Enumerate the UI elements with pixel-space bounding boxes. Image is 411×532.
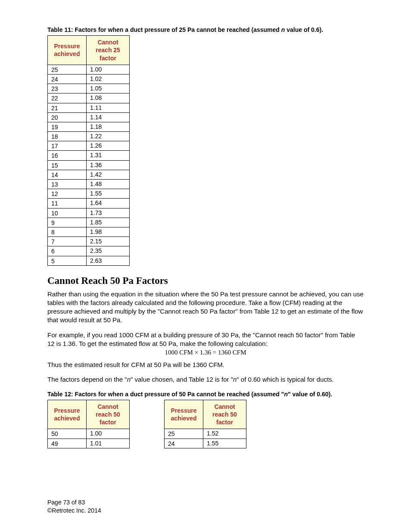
table-row: 121.55	[48, 189, 130, 199]
cell-factor: 1.14	[87, 112, 130, 122]
cell-factor: 1.48	[87, 180, 130, 189]
cell-factor: 1.31	[87, 151, 130, 160]
cell-factor: 1.00	[87, 429, 130, 439]
table12-caption-part1: Table 12: Factors for when a duct pressu…	[47, 391, 284, 398]
table-row: 151.36	[48, 160, 130, 170]
table12-caption-n: n	[284, 391, 288, 398]
cell-factor: 1.11	[87, 103, 130, 112]
cell-pressure: 17	[48, 141, 87, 151]
table-row: 141.42	[48, 170, 130, 179]
cell-factor: 1.00	[87, 65, 130, 74]
cell-pressure: 13	[48, 180, 87, 189]
table11-header-pressure: Pressure achieved	[48, 36, 87, 65]
cell-factor: 1.55	[203, 439, 246, 448]
table12-right-header-pressure: Pressure achieved	[165, 400, 203, 429]
cell-pressure: 14	[48, 170, 87, 179]
table11-header-factor: Cannot reach 25 factor	[87, 36, 130, 65]
cell-factor: 1.05	[87, 84, 130, 93]
cell-pressure: 50	[48, 429, 87, 439]
cell-factor: 1.02	[87, 74, 130, 84]
table-row: 501.00	[48, 429, 130, 439]
cell-pressure: 25	[165, 429, 203, 439]
table-row: 241.02	[48, 74, 130, 84]
cell-factor: 1.36	[87, 160, 130, 170]
table11-caption-part2: value of 0.6).	[285, 26, 323, 33]
cell-factor: 1.08	[87, 93, 130, 103]
paragraph-4: The factors depend on the "n" value chos…	[47, 375, 364, 384]
section-heading: Cannot Reach 50 Pa Factors	[47, 275, 364, 286]
table-row: 81.98	[48, 227, 130, 236]
table-row: 91.85	[48, 218, 130, 227]
paragraph-1: Rather than using the equation in the si…	[47, 290, 364, 325]
table-row: 101.73	[48, 208, 130, 218]
table11-caption-part1: Table 11: Factors for when a duct pressu…	[47, 26, 281, 33]
table12-right-header-factor: Cannot reach 50 factor	[203, 400, 246, 429]
table12-right: Pressure achieved Cannot reach 50 factor…	[164, 400, 246, 448]
footer-page-number: Page 73 of 83	[47, 498, 101, 507]
table11-caption: Table 11: Factors for when a duct pressu…	[47, 26, 364, 34]
cell-pressure: 11	[48, 199, 87, 208]
table-row: 251.00	[48, 65, 130, 74]
table11: Pressure achieved Cannot reach 25 factor…	[47, 35, 130, 266]
cell-factor: 2.15	[87, 237, 130, 246]
table-row: 171.26	[48, 141, 130, 151]
paragraph-2: For example, if you read 1000 CFM at a b…	[47, 331, 364, 348]
table-row: 72.15	[48, 237, 130, 246]
cell-pressure: 49	[48, 439, 87, 448]
cell-factor: 1.01	[87, 439, 130, 448]
table-row: 251.52	[165, 429, 246, 439]
cell-pressure: 24	[48, 74, 87, 84]
paragraph-3: Thus the estimated result for CFM at 50 …	[47, 361, 364, 369]
cell-factor: 1.18	[87, 122, 130, 131]
cell-pressure: 6	[48, 246, 87, 256]
cell-pressure: 23	[48, 84, 87, 93]
cell-pressure: 10	[48, 208, 87, 218]
table-row: 62.35	[48, 246, 130, 256]
table12-left-header-pressure: Pressure achieved	[48, 400, 87, 429]
footer-copyright: ©Retrotec Inc. 2014	[47, 507, 101, 515]
cell-factor: 2.35	[87, 246, 130, 256]
cell-pressure: 20	[48, 112, 87, 122]
paragraph-4-a: The factors depend on the "	[47, 376, 127, 383]
table12-left-header-factor: Cannot reach 50 factor	[87, 400, 130, 429]
table-row: 211.11	[48, 103, 130, 112]
cell-factor: 2.63	[87, 256, 130, 265]
cell-factor: 1.26	[87, 141, 130, 151]
table-row: 231.05	[48, 84, 130, 93]
cell-factor: 1.73	[87, 208, 130, 218]
cell-pressure: 19	[48, 122, 87, 131]
table-row: 161.31	[48, 151, 130, 160]
table-row: 241.55	[165, 439, 246, 448]
cell-pressure: 8	[48, 227, 87, 236]
page-footer: Page 73 of 83 ©Retrotec Inc. 2014	[47, 498, 101, 515]
cell-factor: 1.98	[87, 227, 130, 236]
cell-factor: 1.42	[87, 170, 130, 179]
paragraph-4-b: " value chosen, and Table 12 is for "	[131, 376, 233, 383]
cell-pressure: 16	[48, 151, 87, 160]
cell-pressure: 15	[48, 160, 87, 170]
table-row: 181.22	[48, 132, 130, 141]
table-row: 131.48	[48, 180, 130, 189]
cell-pressure: 12	[48, 189, 87, 199]
cell-pressure: 21	[48, 103, 87, 112]
cell-factor: 1.22	[87, 132, 130, 141]
table-row: 191.18	[48, 122, 130, 131]
cell-pressure: 5	[48, 256, 87, 265]
cell-pressure: 25	[48, 65, 87, 74]
equation: 1000 CFM × 1.36 = 1360 CFM	[47, 349, 364, 356]
cell-factor: 1.85	[87, 218, 130, 227]
cell-factor: 1.55	[87, 189, 130, 199]
table-row: 111.64	[48, 199, 130, 208]
cell-factor: 1.52	[203, 429, 246, 439]
table12-caption-part2: " value of 0.60).	[288, 391, 332, 398]
cell-pressure: 9	[48, 218, 87, 227]
cell-pressure: 22	[48, 93, 87, 103]
table12-caption: Table 12: Factors for when a duct pressu…	[47, 390, 364, 398]
cell-pressure: 7	[48, 237, 87, 246]
table-row: 221.08	[48, 93, 130, 103]
table12-left: Pressure achieved Cannot reach 50 factor…	[47, 400, 130, 448]
paragraph-4-n1: n	[127, 376, 131, 383]
table-row: 491.01	[48, 439, 130, 448]
table-row: 201.14	[48, 112, 130, 122]
cell-factor: 1.64	[87, 199, 130, 208]
